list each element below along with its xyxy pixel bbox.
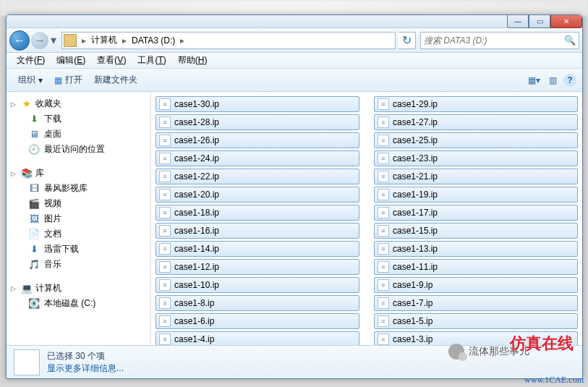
- file-tile[interactable]: ≡case1-19.ip: [374, 187, 578, 203]
- preview-pane-button[interactable]: ▥: [545, 72, 561, 88]
- menu-item[interactable]: 工具(T): [132, 53, 171, 68]
- sidebar-item[interactable]: 🖼图片: [7, 211, 150, 226]
- file-tile[interactable]: ≡case1-13.ip: [374, 241, 578, 257]
- file-tile[interactable]: ≡case1-5.ip: [374, 313, 578, 329]
- brand-watermark: 仿真在线: [510, 333, 574, 354]
- sidebar-item-label: 本地磁盘 (C:): [44, 297, 95, 310]
- sidebar-item[interactable]: ⬇下载: [7, 111, 150, 127]
- file-icon: ≡: [378, 279, 389, 291]
- toolbar: 组织 ▾ ▦ 打开 新建文件夹 ▦▾ ▥ ?: [7, 69, 582, 92]
- open-button[interactable]: ▦ 打开: [48, 71, 88, 89]
- file-tile[interactable]: ≡case1-20.ip: [155, 187, 359, 203]
- file-name: case1-12.ip: [174, 262, 219, 272]
- file-name: case1-19.ip: [393, 190, 438, 200]
- file-icon: ≡: [378, 261, 389, 273]
- file-tile[interactable]: ≡case1-26.ip: [155, 132, 359, 148]
- sidebar-item[interactable]: 🎵音乐: [7, 257, 150, 272]
- file-tile[interactable]: ≡case1-8.ip: [155, 295, 359, 311]
- menu-item[interactable]: 查看(V): [91, 53, 132, 68]
- file-icon: ≡: [159, 116, 171, 128]
- file-tile[interactable]: ≡case1-11.ip: [374, 259, 578, 275]
- file-area[interactable]: ≡case1-30.ip≡case1-29.ip≡case1-28.ip≡cas…: [151, 92, 582, 345]
- file-icon: ≡: [378, 207, 389, 218]
- sidebar-item[interactable]: 💽本地磁盘 (C:): [7, 296, 150, 311]
- file-name: case1-16.ip: [174, 226, 219, 236]
- file-icon: ≡: [159, 279, 171, 291]
- file-tile[interactable]: ≡case1-25.ip: [374, 132, 578, 148]
- menu-item[interactable]: 编辑(E): [51, 53, 91, 68]
- menu-item[interactable]: 帮助(H): [172, 53, 213, 68]
- file-tile[interactable]: ≡case1-12.ip: [155, 259, 359, 275]
- maximize-button[interactable]: ▭: [529, 15, 550, 28]
- breadcrumb-item-computer[interactable]: 计算机: [88, 33, 120, 48]
- sidebar-item[interactable]: 🎬视频: [7, 196, 150, 211]
- sidebar-item[interactable]: ⬇迅雷下载: [7, 242, 150, 257]
- breadcrumb[interactable]: ▸ 计算机 ▸ DATA3 (D:) ▸: [61, 32, 396, 49]
- file-name: case1-11.ip: [393, 262, 438, 272]
- open-icon: ▦: [54, 75, 62, 85]
- file-tile[interactable]: ≡case1-21.ip: [374, 169, 578, 184]
- minimize-button[interactable]: —: [507, 15, 529, 28]
- sidebar-item[interactable]: 🕘最近访问的位置: [7, 142, 150, 157]
- forward-button[interactable]: →: [31, 32, 48, 49]
- sidebar-item[interactable]: 🖥桌面: [7, 127, 150, 142]
- sidebar-item[interactable]: 📄文档: [7, 226, 150, 242]
- file-tile[interactable]: ≡case1-4.ip: [155, 331, 359, 345]
- selection-count: 已选择 30 个项: [47, 350, 124, 362]
- file-tile[interactable]: ≡case1-30.ip: [155, 96, 359, 112]
- breadcrumb-item-drive[interactable]: DATA3 (D:): [129, 34, 178, 47]
- file-icon: ≡: [378, 243, 389, 255]
- file-name: case1-14.ip: [174, 244, 219, 254]
- file-tile[interactable]: ≡case1-17.ip: [374, 205, 578, 221]
- file-tile[interactable]: ≡case1-7.ip: [374, 295, 578, 311]
- sidebar-item-icon: 🎞: [28, 183, 40, 195]
- show-more-link[interactable]: 显示更多详细信息...: [47, 362, 124, 375]
- refresh-button[interactable]: ↻: [399, 32, 416, 49]
- drive-icon: [64, 34, 77, 47]
- newfolder-button[interactable]: 新建文件夹: [88, 71, 143, 89]
- file-tile[interactable]: ≡case1-9.ip: [374, 277, 578, 293]
- sidebar-item-label: 图片: [44, 213, 61, 225]
- file-tile[interactable]: ≡case1-18.ip: [155, 205, 359, 221]
- search-input[interactable]: [424, 35, 564, 46]
- file-tile[interactable]: ≡case1-27.ip: [374, 114, 578, 130]
- sidebar-item-icon: 🖼: [28, 213, 40, 225]
- file-name: case1-5.ip: [393, 316, 433, 326]
- file-tile[interactable]: ≡case1-6.ip: [155, 313, 359, 329]
- close-button[interactable]: ✕: [550, 15, 582, 28]
- file-tile[interactable]: ≡case1-14.ip: [155, 241, 359, 257]
- file-name: case1-22.ip: [174, 171, 219, 182]
- sidebar-item-label: 迅雷下载: [44, 243, 79, 255]
- file-tile[interactable]: ≡case1-15.ip: [374, 223, 578, 239]
- help-button[interactable]: ?: [563, 74, 576, 87]
- file-tile[interactable]: ≡case1-24.ip: [155, 150, 359, 166]
- sidebar-item-label: 文档: [44, 228, 61, 240]
- history-dropdown[interactable]: ▾: [48, 33, 59, 48]
- view-mode-button[interactable]: ▦▾: [526, 72, 542, 88]
- sidebar: ▷★收藏夹⬇下载🖥桌面🕘最近访问的位置▷📚库🎞暴风影视库🎬视频🖼图片📄文档⬇迅雷…: [7, 92, 151, 345]
- sidebar-group-head[interactable]: ▷📚库: [7, 166, 150, 181]
- file-icon: ≡: [159, 261, 171, 273]
- back-button[interactable]: ←: [9, 30, 30, 51]
- sidebar-item-label: 暴风影视库: [44, 182, 88, 195]
- open-label: 打开: [65, 74, 82, 86]
- organize-button[interactable]: 组织 ▾: [12, 71, 48, 89]
- sidebar-group-head[interactable]: ▷💻计算机: [7, 281, 150, 296]
- navbar: ← → ▾ ▸ 计算机 ▸ DATA3 (D:) ▸ ↻ 🔍: [7, 28, 582, 53]
- file-tile[interactable]: ≡case1-23.ip: [374, 150, 578, 166]
- sidebar-group-head[interactable]: ▷★收藏夹: [7, 96, 150, 111]
- search-icon[interactable]: 🔍: [564, 35, 576, 46]
- file-name: case1-26.ip: [174, 135, 219, 145]
- file-tile[interactable]: ≡case1-10.ip: [155, 277, 359, 293]
- menu-item[interactable]: 文件(F): [11, 53, 51, 68]
- file-tile[interactable]: ≡case1-16.ip: [155, 223, 359, 239]
- file-name: case1-27.ip: [393, 117, 438, 127]
- file-name: case1-17.ip: [393, 208, 438, 218]
- sidebar-item-icon: ⬇: [28, 244, 40, 255]
- chevron-down-icon: ▾: [38, 75, 43, 85]
- search-box[interactable]: 🔍: [420, 32, 579, 49]
- file-tile[interactable]: ≡case1-22.ip: [155, 169, 359, 184]
- file-tile[interactable]: ≡case1-28.ip: [155, 114, 359, 130]
- sidebar-item[interactable]: 🎞暴风影视库: [7, 181, 150, 196]
- file-tile[interactable]: ≡case1-29.ip: [374, 96, 578, 112]
